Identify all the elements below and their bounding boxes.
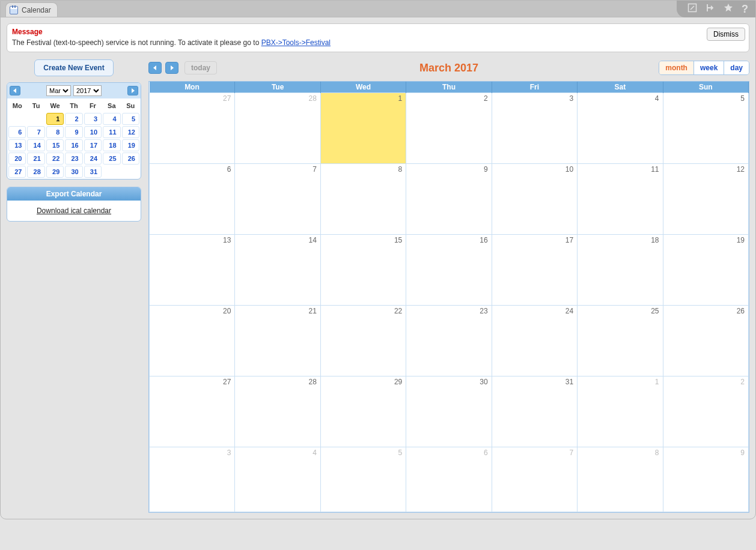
mini-day[interactable]: 23	[65, 153, 82, 165]
mini-day[interactable]: 28	[27, 166, 44, 178]
day-cell[interactable]: 11	[578, 164, 663, 235]
day-cell[interactable]: 18	[578, 235, 663, 306]
dismiss-button[interactable]: Dismiss	[707, 28, 745, 41]
view-week[interactable]: week	[694, 61, 724, 74]
view-switch: month week day	[659, 61, 749, 75]
day-cell[interactable]: 5	[663, 93, 748, 164]
mini-month-select[interactable]: Mar	[46, 85, 71, 96]
mini-day[interactable]: 20	[8, 153, 26, 165]
mini-day[interactable]: 7	[27, 126, 44, 138]
today-button[interactable]: today	[184, 61, 217, 74]
view-day[interactable]: day	[724, 61, 749, 74]
day-cell[interactable]: 20	[150, 306, 235, 376]
day-cell[interactable]: 3	[492, 93, 577, 164]
day-number: 8	[398, 165, 403, 174]
mini-day[interactable]: 6	[8, 126, 26, 138]
columns: Create New Event Mar 2017	[7, 59, 749, 513]
day-cell[interactable]: 1	[578, 376, 663, 447]
mini-day[interactable]: 9	[65, 126, 82, 138]
day-cell[interactable]: 27	[150, 93, 235, 164]
mini-day[interactable]: 13	[8, 139, 26, 151]
day-number: 2	[484, 94, 488, 103]
day-cell[interactable]: 7	[235, 164, 320, 235]
mini-day[interactable]: 8	[46, 126, 64, 138]
mini-day[interactable]: 25	[103, 153, 120, 165]
day-cell[interactable]: 10	[492, 164, 577, 235]
day-cell[interactable]: 24	[492, 306, 577, 376]
day-cell[interactable]: 27	[150, 376, 235, 447]
day-cell[interactable]: 1	[320, 93, 406, 164]
day-cell[interactable]: 3	[150, 447, 235, 512]
mini-day[interactable]: 19	[122, 139, 139, 151]
day-cell[interactable]: 2	[663, 376, 748, 447]
export-icon[interactable]	[706, 3, 715, 15]
message-link[interactable]: PBX->Tools->Festival	[261, 38, 331, 47]
prev-button[interactable]	[148, 62, 162, 74]
day-cell[interactable]: 28	[235, 93, 320, 164]
day-cell[interactable]: 26	[663, 306, 748, 376]
day-cell[interactable]: 25	[578, 306, 663, 376]
day-cell[interactable]: 4	[578, 93, 663, 164]
day-cell[interactable]: 13	[150, 235, 235, 306]
day-cell[interactable]: 9	[663, 447, 748, 512]
create-event-button[interactable]: Create New Event	[34, 59, 113, 76]
mini-day[interactable]: 5	[122, 113, 139, 125]
content-area: Message The Festival (text-to-speech) se…	[1, 17, 755, 519]
help-icon[interactable]: ?	[742, 3, 748, 16]
mini-day[interactable]: 30	[65, 166, 82, 178]
day-cell[interactable]: 6	[150, 164, 235, 235]
mini-day[interactable]: 15	[46, 139, 64, 151]
day-cell[interactable]: 15	[320, 235, 406, 306]
view-month[interactable]: month	[659, 61, 694, 74]
day-cell[interactable]: 29	[320, 376, 406, 447]
mini-day[interactable]: 24	[84, 153, 102, 165]
day-cell[interactable]: 4	[235, 447, 320, 512]
day-cell[interactable]: 2	[406, 93, 492, 164]
mini-day[interactable]: 12	[122, 126, 139, 138]
next-button[interactable]	[165, 62, 178, 74]
day-number: 1	[655, 378, 659, 386]
day-cell[interactable]: 23	[406, 306, 492, 376]
tab-calendar[interactable]: Calendar	[5, 2, 58, 17]
day-cell[interactable]: 6	[406, 447, 492, 512]
day-cell[interactable]: 5	[320, 447, 406, 512]
mini-day[interactable]: 17	[84, 139, 102, 151]
download-ical-link[interactable]: Download ical calendar	[37, 207, 111, 215]
mini-table: MoTuWeThFrSaSu 1234567891011121314151617…	[7, 98, 141, 179]
mini-day[interactable]: 16	[65, 139, 82, 151]
day-cell[interactable]: 14	[235, 235, 320, 306]
mini-day[interactable]: 1	[46, 113, 64, 125]
mini-prev-button[interactable]	[10, 86, 20, 95]
day-cell[interactable]: 16	[406, 235, 492, 306]
day-cell[interactable]: 12	[663, 164, 748, 235]
mini-day[interactable]: 27	[8, 166, 26, 178]
day-cell[interactable]: 17	[492, 235, 577, 306]
mini-day[interactable]: 26	[122, 153, 139, 165]
day-cell[interactable]: 7	[492, 447, 577, 512]
day-number: 9	[740, 449, 745, 457]
mini-day[interactable]: 10	[84, 126, 102, 138]
mini-day[interactable]: 29	[46, 166, 64, 178]
day-cell[interactable]: 8	[320, 164, 406, 235]
star-icon[interactable]	[724, 3, 733, 15]
mini-day[interactable]: 18	[103, 139, 120, 151]
day-cell[interactable]: 30	[406, 376, 492, 447]
mini-day[interactable]: 31	[84, 166, 102, 178]
mini-day[interactable]: 3	[84, 113, 102, 125]
mini-day[interactable]: 21	[27, 153, 44, 165]
day-cell[interactable]: 22	[320, 306, 406, 376]
day-cell[interactable]: 9	[406, 164, 492, 235]
mini-day[interactable]: 11	[103, 126, 120, 138]
day-cell[interactable]: 19	[663, 235, 748, 306]
mini-day[interactable]: 2	[65, 113, 82, 125]
day-cell[interactable]: 8	[578, 447, 663, 512]
mini-next-button[interactable]	[127, 86, 138, 95]
mini-day[interactable]: 14	[27, 139, 44, 151]
day-cell[interactable]: 28	[235, 376, 320, 447]
edit-icon[interactable]	[687, 3, 697, 15]
mini-day[interactable]: 22	[46, 153, 64, 165]
mini-day[interactable]: 4	[103, 113, 120, 125]
day-cell[interactable]: 31	[492, 376, 577, 447]
day-cell[interactable]: 21	[235, 306, 320, 376]
mini-year-select[interactable]: 2017	[73, 85, 102, 96]
